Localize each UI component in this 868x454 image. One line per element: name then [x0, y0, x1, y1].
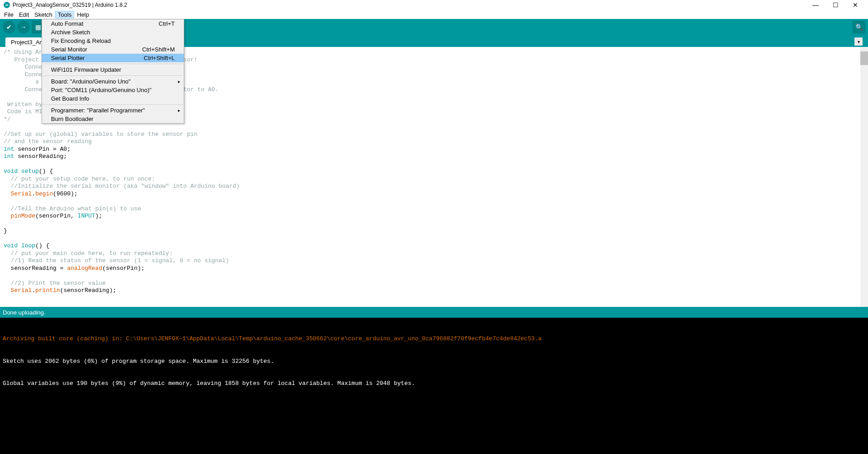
code-line: void setup() {	[4, 168, 864, 176]
menu-item-get-board-info[interactable]: Get Board Info	[42, 94, 184, 103]
code-line: Serial.println(sensorReading);	[4, 287, 864, 295]
menu-item-auto-format[interactable]: Auto FormatCtrl+T	[42, 19, 184, 28]
menu-item-label: Serial Plotter	[51, 55, 144, 61]
submenu-arrow-icon: ▸	[178, 108, 180, 113]
menu-item-archive-sketch[interactable]: Archive Sketch	[42, 28, 184, 37]
menu-item-label: Archive Sketch	[51, 29, 175, 36]
console-line: Global variables use 190 bytes (9%) of d…	[3, 380, 865, 388]
editor-scrollthumb[interactable]	[860, 51, 868, 65]
menu-item-wifi101-firmware-updater[interactable]: WiFi101 Firmware Updater	[42, 65, 184, 74]
code-line: // put your main code here, to run repea…	[4, 250, 864, 258]
code-line: //Initialize the serial monitor (aka "wi…	[4, 183, 864, 190]
status-text: Done uploading.	[3, 309, 46, 316]
code-line: // put your setup code here, to run once…	[4, 176, 864, 183]
tools-menu-dropdown: Auto FormatCtrl+TArchive SketchFix Encod…	[42, 19, 184, 124]
code-line	[4, 123, 864, 131]
menu-item-label: Board: "Arduino/Genuino Uno"	[51, 78, 175, 85]
code-line	[4, 161, 864, 168]
editor-scrollbar[interactable]	[860, 47, 868, 307]
code-line: //Set up our (global) variables to store…	[4, 131, 864, 139]
console-line: Sketch uses 2062 bytes (6%) of program s…	[3, 358, 865, 366]
menu-sketch[interactable]: Sketch	[32, 11, 55, 19]
menu-item-shortcut: Ctrl+Shift+L	[144, 55, 175, 61]
menu-tools[interactable]: Tools	[55, 11, 74, 19]
code-line	[4, 198, 864, 205]
menu-item-burn-bootloader[interactable]: Burn Bootloader	[42, 115, 184, 123]
menu-item-shortcut: Ctrl+Shift+M	[142, 46, 175, 53]
code-line: //1) Read the status of the sensor (1 = …	[4, 257, 864, 265]
console[interactable]: Archiving built core (caching) in: C:\Us…	[0, 318, 868, 454]
tab-menu-button[interactable]: ▾	[854, 37, 863, 46]
menu-separator	[43, 104, 183, 105]
submenu-arrow-icon: ▸	[178, 79, 180, 84]
menu-edit[interactable]: Edit	[16, 11, 32, 19]
window-controls: — ☐ ✕	[811, 0, 864, 9]
code-line: int sensorReading;	[4, 153, 864, 161]
code-line: }	[4, 227, 864, 235]
code-line: pinMode(sensorPin, INPUT);	[4, 213, 864, 220]
code-line: Serial.begin(9600);	[4, 190, 864, 198]
app-icon: ∞	[4, 2, 10, 8]
maximize-button[interactable]: ☐	[831, 0, 840, 9]
titlebar: ∞ Project3_AnalogSensor_032519 | Arduino…	[0, 0, 868, 10]
menu-item-shortcut: Ctrl+T	[159, 20, 175, 27]
menu-file[interactable]: File	[1, 11, 16, 19]
code-line: int sensorPin = A0;	[4, 146, 864, 153]
menu-item-label: Get Board Info	[51, 95, 175, 102]
close-button[interactable]: ✕	[851, 0, 860, 9]
menu-help[interactable]: Help	[74, 11, 92, 19]
menubar: File Edit Sketch Tools Help	[0, 10, 868, 19]
menu-item-label: Burn Bootloader	[51, 116, 175, 122]
code-line: void loop() {	[4, 242, 864, 250]
menu-item-programmer-parallel-programmer[interactable]: Programmer: "Parallel Programmer"▸	[42, 106, 184, 115]
statusbar: Done uploading.	[0, 307, 868, 318]
menu-item-label: Programmer: "Parallel Programmer"	[51, 107, 175, 114]
console-line: Archiving built core (caching) in: C:\Us…	[3, 335, 865, 343]
code-line	[4, 220, 864, 228]
menu-item-fix-encoding-reload[interactable]: Fix Encoding & Reload	[42, 37, 184, 45]
serial-monitor-button[interactable]: 🔍	[853, 21, 865, 33]
code-line: //Tell the Arduino what pin(s) to use	[4, 205, 864, 213]
code-line: sensorReading = analogRead(sensorPin);	[4, 265, 864, 273]
menu-item-label: Port: "COM11 (Arduino/Genuino Uno)"	[51, 87, 175, 93]
menu-item-serial-plotter[interactable]: Serial PlotterCtrl+Shift+L	[42, 54, 184, 62]
menu-item-label: Fix Encoding & Reload	[51, 37, 175, 44]
menu-item-label: Serial Monitor	[51, 46, 142, 53]
code-line	[4, 272, 864, 280]
menu-separator	[43, 64, 183, 64]
menu-item-board-arduino-genuino-uno[interactable]: Board: "Arduino/Genuino Uno"▸	[42, 77, 184, 86]
menu-separator	[43, 75, 183, 76]
menu-item-port-com11-arduino-genuino-uno[interactable]: Port: "COM11 (Arduino/Genuino Uno)"	[42, 86, 184, 94]
upload-button[interactable]: →	[17, 21, 30, 33]
verify-button[interactable]: ✔	[3, 21, 15, 33]
menu-item-label: WiFi101 Firmware Updater	[51, 66, 175, 73]
code-line	[4, 235, 864, 243]
window-title: Project3_AnalogSensor_032519 | Arduino 1…	[13, 2, 811, 8]
minimize-button[interactable]: —	[811, 0, 820, 9]
menu-item-label: Auto Format	[51, 20, 159, 27]
menu-item-serial-monitor[interactable]: Serial MonitorCtrl+Shift+M	[42, 45, 184, 54]
code-line: //2) Print the sensor value	[4, 280, 864, 287]
code-line: // and the sensor reading	[4, 138, 864, 146]
